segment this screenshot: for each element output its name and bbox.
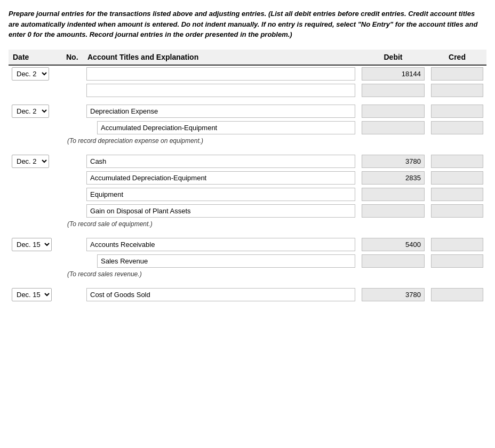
account-input[interactable] [86,84,355,97]
table-row [9,82,486,99]
debit-input[interactable] [362,204,425,218]
header-no: No. [62,50,83,65]
table-row: Dec. 2 [9,65,486,82]
credit-input[interactable] [431,171,483,185]
debit-input[interactable] [362,67,425,81]
debit-input[interactable] [362,171,425,185]
credit-input[interactable] [431,67,483,81]
note-text: (To record sale of equipment.) [9,219,486,232]
journal-table: Date No. Account Titles and Explanation … [9,50,486,303]
account-input[interactable] [86,188,355,201]
note-row: (To record sale of equipment.) [9,219,486,232]
credit-input[interactable] [431,188,483,201]
note-text: (To record sales revenue.) [9,269,486,282]
table-row: Dec. 2 [9,153,486,170]
table-row: Dec. 15 [9,236,486,253]
table-row [9,170,486,186]
note-row: (To record sales revenue.) [9,269,486,282]
debit-input[interactable] [362,84,425,97]
table-row: Dec. 15 [9,286,486,303]
note-row: (To record depreciation expense on equip… [9,136,486,149]
account-input[interactable] [86,155,355,168]
credit-input[interactable] [431,238,483,251]
note-text: (To record depreciation expense on equip… [9,136,486,149]
account-input[interactable] [86,288,355,301]
debit-input[interactable] [362,188,425,201]
account-input[interactable] [97,254,355,268]
account-input[interactable] [86,67,355,81]
date-dropdown[interactable]: Dec. 2 [12,105,49,118]
credit-input[interactable] [431,155,483,168]
date-dropdown[interactable]: Dec. 15 [12,288,52,301]
table-row [9,119,486,136]
account-input[interactable] [97,121,355,134]
debit-input[interactable] [362,254,425,268]
debit-input[interactable] [362,121,425,134]
instructions: Prepare journal entries for the transact… [9,9,486,40]
header-date: Date [9,50,62,65]
account-input[interactable] [86,105,355,118]
account-input[interactable] [86,204,355,218]
table-row [9,203,486,219]
date-dropdown[interactable]: Dec. 15 [12,238,52,251]
debit-input[interactable] [362,288,425,301]
credit-input[interactable] [431,105,483,118]
account-input[interactable] [86,238,355,251]
debit-input[interactable] [362,155,425,168]
credit-input[interactable] [431,121,483,134]
credit-input[interactable] [431,288,483,301]
credit-input[interactable] [431,254,483,268]
credit-input[interactable] [431,204,483,218]
table-row [9,253,486,269]
date-dropdown[interactable]: Dec. 2 [12,155,49,168]
header-account: Account Titles and Explanation [83,50,358,65]
debit-input[interactable] [362,105,425,118]
date-dropdown[interactable]: Dec. 2 [12,67,49,81]
debit-input[interactable] [362,238,425,251]
table-row [9,186,486,203]
header-credit: Cred [428,50,486,65]
header-debit: Debit [358,50,428,65]
credit-input[interactable] [431,84,483,97]
table-row: Dec. 2 [9,103,486,119]
account-input[interactable] [86,171,355,185]
